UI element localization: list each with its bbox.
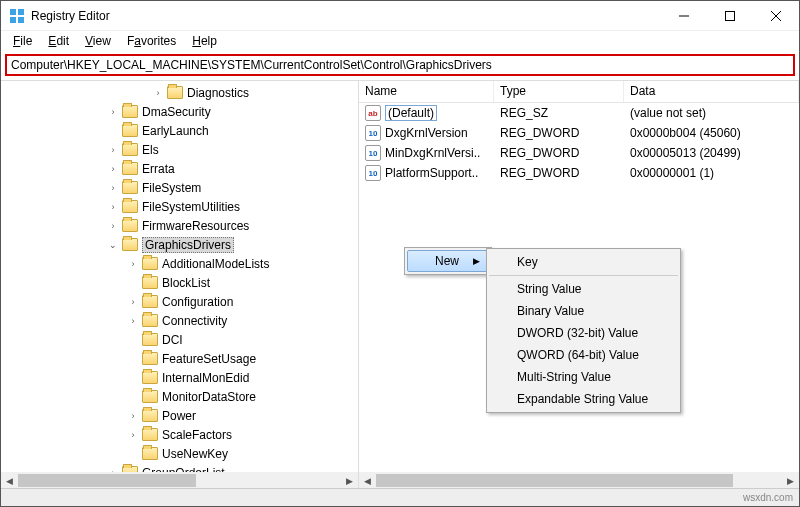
expander-empty [106, 124, 120, 138]
chevron-right-icon[interactable]: › [126, 295, 140, 309]
scroll-right-icon[interactable]: ▶ [782, 472, 799, 489]
scroll-right-icon[interactable]: ▶ [341, 472, 358, 489]
tree-item[interactable]: DCI [1, 330, 358, 349]
chevron-right-icon[interactable]: › [126, 257, 140, 271]
value-name: PlatformSupport.. [385, 166, 478, 180]
scroll-track[interactable] [376, 472, 782, 489]
context-menu-item[interactable]: QWORD (64-bit) Value [489, 344, 678, 366]
registry-tree[interactable]: ›Diagnostics›DmaSecurityEarlyLaunch›Els›… [1, 81, 358, 484]
tree-item[interactable]: ›FileSystem [1, 178, 358, 197]
scroll-track[interactable] [18, 472, 341, 489]
chevron-right-icon[interactable]: › [106, 200, 120, 214]
list-header: Name Type Data [359, 81, 799, 103]
chevron-right-icon[interactable]: › [106, 181, 120, 195]
tree-item[interactable]: ›FileSystemUtilities [1, 197, 358, 216]
expander-empty [126, 333, 140, 347]
tree-item-label: AdditionalModeLists [162, 257, 269, 271]
menu-file[interactable]: File [7, 33, 38, 49]
context-menu-item[interactable]: Expandable String Value [489, 388, 678, 410]
maximize-button[interactable] [707, 1, 753, 30]
expander-empty [126, 390, 140, 404]
tree-item[interactable]: InternalMonEdid [1, 368, 358, 387]
column-name[interactable]: Name [359, 81, 494, 102]
tree-hscrollbar[interactable]: ◀ ▶ [1, 472, 358, 489]
value-data: 0x00000001 (1) [624, 166, 799, 180]
value-name: DxgKrnlVersion [385, 126, 468, 140]
list-row[interactable]: 10PlatformSupport..REG_DWORD0x00000001 (… [359, 163, 799, 183]
list-hscrollbar[interactable]: ◀ ▶ [359, 472, 799, 489]
chevron-down-icon[interactable]: ⌄ [106, 238, 120, 252]
svg-rect-5 [726, 11, 735, 20]
list-row[interactable]: 10MinDxgKrnlVersi..REG_DWORD0x00005013 (… [359, 143, 799, 163]
scroll-thumb[interactable] [376, 474, 733, 487]
tree-item[interactable]: MonitorDataStore [1, 387, 358, 406]
tree-item-label: MonitorDataStore [162, 390, 256, 404]
tree-item-label: Power [162, 409, 196, 423]
close-button[interactable] [753, 1, 799, 30]
column-type[interactable]: Type [494, 81, 624, 102]
chevron-right-icon[interactable]: › [126, 428, 140, 442]
tree-item[interactable]: ›Power [1, 406, 358, 425]
menu-favorites[interactable]: Favorites [121, 33, 182, 49]
value-data: (value not set) [624, 106, 799, 120]
tree-item[interactable]: ›ScaleFactors [1, 425, 358, 444]
value-data: 0x00005013 (20499) [624, 146, 799, 160]
main-content: ›Diagnostics›DmaSecurityEarlyLaunch›Els›… [1, 80, 799, 489]
scroll-left-icon[interactable]: ◀ [1, 472, 18, 489]
string-value-icon: ab [365, 105, 381, 121]
chevron-right-icon[interactable]: › [151, 86, 165, 100]
context-menu-new[interactable]: New ▶ KeyString ValueBinary ValueDWORD (… [407, 250, 489, 272]
chevron-right-icon[interactable]: › [126, 409, 140, 423]
value-name: (Default) [385, 105, 437, 121]
tree-item[interactable]: ›DmaSecurity [1, 102, 358, 121]
tree-item[interactable]: ⌄GraphicsDrivers [1, 235, 358, 254]
tree-item[interactable]: BlockList [1, 273, 358, 292]
list-row[interactable]: ab(Default)REG_SZ(value not set) [359, 103, 799, 123]
chevron-right-icon[interactable]: › [106, 105, 120, 119]
chevron-right-icon[interactable]: › [106, 219, 120, 233]
chevron-right-icon[interactable]: › [126, 314, 140, 328]
value-name: MinDxgKrnlVersi.. [385, 146, 480, 160]
value-list[interactable]: ab(Default)REG_SZ(value not set)10DxgKrn… [359, 103, 799, 183]
tree-item-label: Configuration [162, 295, 233, 309]
tree-item[interactable]: ›FirmwareResources [1, 216, 358, 235]
folder-icon [142, 314, 158, 327]
context-menu-item[interactable]: String Value [489, 278, 678, 300]
tree-item[interactable]: FeatureSetUsage [1, 349, 358, 368]
folder-icon [122, 181, 138, 194]
scroll-thumb[interactable] [18, 474, 196, 487]
chevron-right-icon[interactable]: › [106, 143, 120, 157]
address-bar[interactable]: Computer\HKEY_LOCAL_MACHINE\SYSTEM\Curre… [5, 54, 795, 76]
tree-item-label: FirmwareResources [142, 219, 249, 233]
context-menu: New ▶ KeyString ValueBinary ValueDWORD (… [404, 247, 492, 275]
tree-item-label: Errata [142, 162, 175, 176]
tree-pane: ›Diagnostics›DmaSecurityEarlyLaunch›Els›… [1, 81, 359, 489]
svg-rect-3 [18, 17, 24, 23]
tree-item[interactable]: ›Els [1, 140, 358, 159]
tree-item[interactable]: ›Diagnostics [1, 83, 358, 102]
tree-item[interactable]: ›Connectivity [1, 311, 358, 330]
value-type: REG_SZ [494, 106, 624, 120]
tree-item[interactable]: ›Errata [1, 159, 358, 178]
column-data[interactable]: Data [624, 81, 799, 102]
context-menu-item[interactable]: Multi-String Value [489, 366, 678, 388]
tree-item[interactable]: ›Configuration [1, 292, 358, 311]
tree-item[interactable]: ›AdditionalModeLists [1, 254, 358, 273]
menu-help[interactable]: Help [186, 33, 223, 49]
scroll-left-icon[interactable]: ◀ [359, 472, 376, 489]
tree-item-label: Connectivity [162, 314, 227, 328]
menu-edit[interactable]: Edit [42, 33, 75, 49]
context-menu-item[interactable]: Key [489, 251, 678, 276]
list-row[interactable]: 10DxgKrnlVersionREG_DWORD0x0000b004 (450… [359, 123, 799, 143]
folder-icon [122, 219, 138, 232]
tree-item[interactable]: EarlyLaunch [1, 121, 358, 140]
menu-view[interactable]: View [79, 33, 117, 49]
context-menu-new-label: New [435, 254, 459, 268]
minimize-button[interactable] [661, 1, 707, 30]
context-menu-item[interactable]: Binary Value [489, 300, 678, 322]
status-bar: wsxdn.com [1, 488, 799, 506]
chevron-right-icon[interactable]: › [106, 162, 120, 176]
tree-item[interactable]: UseNewKey [1, 444, 358, 463]
context-menu-item[interactable]: DWORD (32-bit) Value [489, 322, 678, 344]
svg-rect-1 [18, 9, 24, 15]
